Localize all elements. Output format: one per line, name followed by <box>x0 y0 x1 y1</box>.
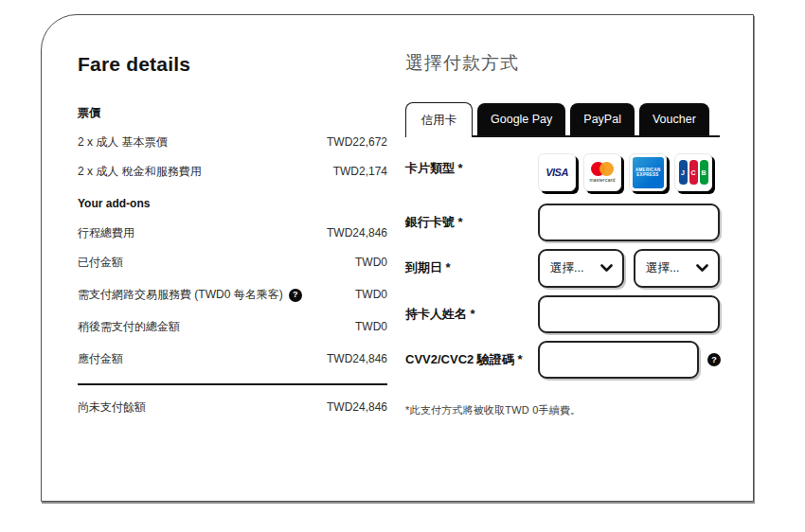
cvv-help-icon[interactable]: ? <box>707 353 721 366</box>
cardholder-label: 持卡人姓名 * <box>405 295 538 322</box>
payment-section-card: Fare details 票價 2 x 成人 基本票價 TWD22,672 2 … <box>41 14 754 502</box>
chevron-down-icon <box>696 264 708 273</box>
fare-row-taxes: 2 x 成人 稅金和服務費用 TWD2,174 <box>78 163 387 181</box>
checkout-screen: Fare details 票價 2 x 成人 基本票價 TWD22,672 2 … <box>0 0 805 532</box>
jcb-card-button[interactable]: J C B <box>674 153 712 191</box>
fare-header-label: Your add-ons <box>78 195 150 213</box>
fare-row-amount: TWD22,672 <box>327 133 387 151</box>
cardholder-row: 持卡人姓名 * <box>405 295 720 333</box>
tab-voucher[interactable]: Voucher <box>639 103 709 135</box>
fare-row-base-fare: 2 x 成人 基本票價 TWD22,672 <box>78 133 387 151</box>
amex-card-button[interactable]: AMERICAN EXPRESS <box>629 153 667 191</box>
card-number-row: 銀行卡號 * <box>405 204 720 241</box>
cvv-row: CVV2/CVC2 驗證碼 * ? <box>405 341 720 379</box>
fare-row-service-fee: 需支付網路交易服務費 (TWD0 每名乘客) ? TWD0 <box>78 286 387 304</box>
fare-section-header-addons: Your add-ons <box>78 195 387 213</box>
fare-row-paid: 已付金額 TWD0 <box>78 254 387 272</box>
card-number-label: 銀行卡號 * <box>405 204 538 230</box>
fare-row-pay-later: 稍後需支付的總金額 TWD0 <box>78 318 387 336</box>
fare-row-label: 稍後需支付的總金額 <box>78 318 180 336</box>
fare-row-payable: 應付金額 TWD24,846 <box>78 350 387 368</box>
fare-row-label: 2 x 成人 基本票價 <box>78 133 168 151</box>
mastercard-icon: mastercard <box>589 162 615 183</box>
fare-rows: 票價 2 x 成人 基本票價 TWD22,672 2 x 成人 稅金和服務費用 … <box>78 104 387 417</box>
fare-row-unpaid-balance: 尚未支付餘額 TWD24,846 <box>78 399 387 417</box>
tab-paypal[interactable]: PayPal <box>570 103 635 135</box>
amex-icon: AMERICAN EXPRESS <box>633 157 664 188</box>
expiry-label: 到期日 * <box>405 249 538 275</box>
expiry-row: 到期日 * 選擇... 選擇... <box>405 249 720 288</box>
card-type-label: 卡片類型 * <box>405 153 538 176</box>
fare-details-title: Fare details <box>78 53 387 76</box>
mastercard-card-button[interactable]: mastercard <box>583 153 621 191</box>
expiry-year-select[interactable]: 選擇... <box>634 249 720 288</box>
chevron-down-icon <box>600 264 613 273</box>
fare-row-amount: TWD2,174 <box>333 163 387 181</box>
fare-row-label: 應付金額 <box>78 350 123 368</box>
visa-card-button[interactable]: VISA <box>538 153 576 191</box>
payment-panel: 選擇付款方式 信用卡 Google Pay PayPal Voucher 卡片類… <box>405 51 720 417</box>
fare-row-amount: TWD0 <box>355 254 387 272</box>
fare-row-trip-total: 行程總費用 TWD24,846 <box>78 224 387 242</box>
fare-total-divider <box>78 383 387 385</box>
fare-row-amount: TWD24,846 <box>327 350 387 368</box>
card-brand-options: VISA mastercard AMERICAN EXPRESS <box>538 153 720 191</box>
surcharge-note: *此支付方式將被收取TWD 0手續費。 <box>405 403 720 417</box>
cvv-label: CVV2/CVC2 驗證碼 * <box>405 341 538 367</box>
fare-row-amount: TWD24,846 <box>327 399 387 417</box>
expiry-month-select[interactable]: 選擇... <box>538 249 624 288</box>
visa-icon: VISA <box>546 167 568 178</box>
fare-row-label: 已付金額 <box>78 254 123 272</box>
tab-google-pay[interactable]: Google Pay <box>477 103 565 135</box>
credit-card-form: 卡片類型 * VISA mastercard <box>405 153 720 379</box>
payment-title: 選擇付款方式 <box>405 51 720 76</box>
fare-row-amount: TWD0 <box>355 318 387 336</box>
fare-details-panel: Fare details 票價 2 x 成人 基本票價 TWD22,672 2 … <box>78 53 387 428</box>
payment-method-tabs: 信用卡 Google Pay PayPal Voucher <box>405 102 720 137</box>
cardholder-name-input[interactable] <box>538 295 720 333</box>
fare-row-label: 尚未支付餘額 <box>78 399 146 417</box>
card-type-row: 卡片類型 * VISA mastercard <box>405 153 720 191</box>
fare-row-label: 2 x 成人 稅金和服務費用 <box>78 163 202 181</box>
jcb-icon: J C B <box>679 160 708 185</box>
fare-row-label: 需支付網路交易服務費 (TWD0 每名乘客) <box>78 286 283 304</box>
fare-row-label: 行程總費用 <box>78 224 134 242</box>
fare-row-amount: TWD24,846 <box>327 224 387 242</box>
fare-row-amount: TWD0 <box>355 286 387 304</box>
cvv-input[interactable] <box>538 341 699 379</box>
fare-section-header: 票價 <box>78 104 387 122</box>
card-number-input[interactable] <box>538 204 720 241</box>
help-icon[interactable]: ? <box>289 289 302 302</box>
fare-header-label: 票價 <box>78 104 100 122</box>
tab-credit-card[interactable]: 信用卡 <box>405 102 473 137</box>
